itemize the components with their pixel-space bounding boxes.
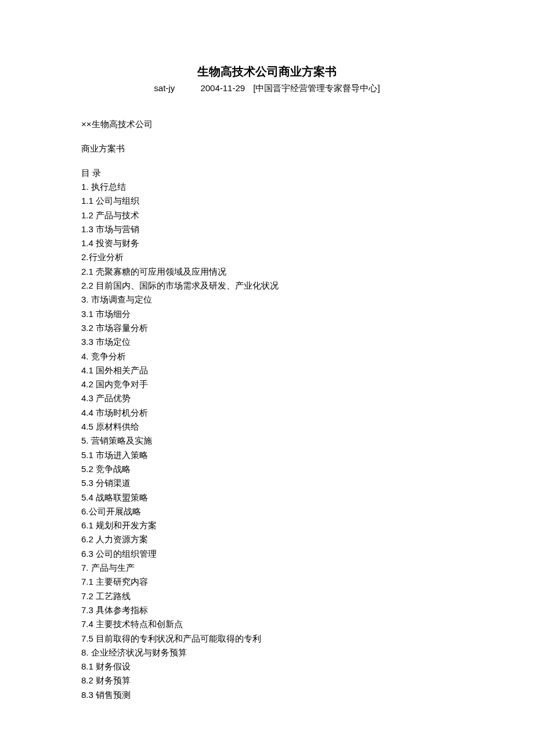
toc-item: 4. 竞争分析: [81, 350, 453, 363]
toc-item: 4.3 产品优势: [81, 391, 453, 405]
toc-item: 5.4 战略联盟策略: [81, 491, 453, 505]
byline-author: sat-jy: [154, 83, 175, 93]
toc-item: 7.5 目前取得的专利状况和产品可能取得的专利: [81, 632, 453, 646]
toc-item: 5.2 竞争战略: [81, 462, 453, 476]
toc-item: 7.3 具体参考指标: [81, 603, 453, 617]
toc-item: 7.2 工艺路线: [81, 589, 453, 603]
toc-item: 7.4 主要技术特点和创新点: [81, 617, 453, 631]
toc-list: 1. 执行总结1.1 公司与组织1.2 产品与技术1.3 市场与营销1.4 投资…: [81, 180, 453, 702]
toc-item: 8.1 财务假设: [81, 660, 453, 674]
document-title: 生物高技术公司商业方案书: [81, 64, 453, 80]
toc-item: 2.行业分析: [81, 250, 453, 264]
document-byline: sat-jy 2004-11-29 [中国晋宇经营管理专家督导中心]: [81, 83, 453, 94]
toc-item: 6.3 公司的组织管理: [81, 547, 453, 561]
byline-source: [中国晋宇经营管理专家督导中心]: [253, 83, 380, 94]
toc-item: 7. 产品与生产: [81, 561, 453, 575]
toc-item: 2.2 目前国内、国际的市场需求及研发、产业化状况: [81, 279, 453, 293]
toc-item: 3.1 市场细分: [81, 307, 453, 321]
toc-item: 4.1 国外相关产品: [81, 363, 453, 377]
toc-item: 4.5 原材料供给: [81, 420, 453, 434]
toc-item: 7.1 主要研究内容: [81, 575, 453, 589]
toc-item: 1.3 市场与营销: [81, 222, 453, 236]
toc-item: 1.2 产品与技术: [81, 208, 453, 222]
toc-item: 1.1 公司与组织: [81, 194, 453, 208]
toc-item: 5. 营销策略及实施: [81, 434, 453, 448]
toc-item: 8. 企业经济状况与财务预算: [81, 646, 453, 660]
toc-item: 1.4 投资与财务: [81, 236, 453, 250]
toc-item: 3.2 市场容量分析: [81, 321, 453, 335]
toc-item: 6.1 规划和开发方案: [81, 519, 453, 532]
byline-date: 2004-11-29: [200, 83, 245, 93]
doc-type: 商业方案书: [81, 142, 453, 156]
toc-item: 3. 市场调查与定位: [81, 293, 453, 307]
toc-heading: 目 录: [81, 166, 453, 180]
toc-item: 5.1 市场进入策略: [81, 448, 453, 462]
toc-item: 4.4 市场时机分析: [81, 406, 453, 420]
document-page: 生物高技术公司商业方案书 sat-jy 2004-11-29 [中国晋宇经营管理…: [0, 0, 534, 737]
toc-item: 8.2 财务预算: [81, 674, 453, 687]
toc-item: 4.2 国内竞争对手: [81, 377, 453, 391]
toc-item: 8.3 销售预测: [81, 688, 453, 702]
toc-item: 2.1 壳聚寡糖的可应用领域及应用情况: [81, 265, 453, 279]
toc-item: 6.2 人力资源方案: [81, 532, 453, 546]
toc-item: 5.3 分销渠道: [81, 476, 453, 490]
toc-item: 3.3 市场定位: [81, 335, 453, 349]
company-name: ××生物高技术公司: [81, 117, 453, 131]
toc-item: 1. 执行总结: [81, 180, 453, 194]
toc-item: 6.公司开展战略: [81, 505, 453, 519]
